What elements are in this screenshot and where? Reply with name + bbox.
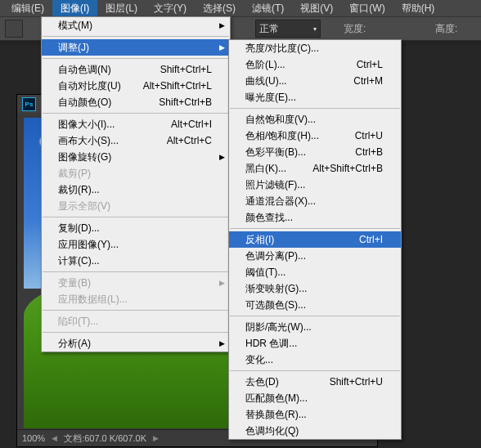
menu-help[interactable]: 帮助(H) bbox=[393, 0, 443, 17]
menu-select[interactable]: 选择(S) bbox=[195, 0, 244, 17]
menu-item-color-balance[interactable]: 色彩平衡(B)...Ctrl+B bbox=[229, 144, 401, 160]
menu-item-variables[interactable]: 变量(B) bbox=[42, 275, 230, 291]
separator bbox=[43, 36, 229, 37]
menu-image[interactable]: 图像(I) bbox=[52, 0, 97, 17]
menu-item-adjustments[interactable]: 调整(J) bbox=[42, 39, 230, 56]
separator bbox=[230, 108, 400, 109]
menu-window[interactable]: 窗口(W) bbox=[341, 0, 393, 17]
menu-item-channel-mixer[interactable]: 通道混合器(X)... bbox=[229, 193, 401, 209]
menu-item-shadows-highlights[interactable]: 阴影/高光(W)... bbox=[229, 319, 401, 335]
separator bbox=[230, 370, 400, 371]
separator bbox=[43, 332, 229, 333]
menu-item-reveal-all[interactable]: 显示全部(V) bbox=[42, 198, 230, 214]
menu-item-variations[interactable]: 变化... bbox=[229, 352, 401, 368]
menu-item-match-color[interactable]: 匹配颜色(M)... bbox=[229, 390, 401, 406]
menu-item-apply-data-set[interactable]: 应用数据组(L)... bbox=[42, 291, 230, 307]
tool-swatch[interactable] bbox=[5, 20, 23, 38]
menu-item-photo-filter[interactable]: 照片滤镜(F)... bbox=[229, 177, 401, 193]
menu-edit[interactable]: 编辑(E) bbox=[3, 0, 52, 17]
blend-mode-value: 正常 bbox=[259, 22, 279, 36]
menu-item-auto-color[interactable]: 自动颜色(O)Shift+Ctrl+B bbox=[42, 94, 230, 110]
blend-mode-select[interactable]: 正常 ▾ bbox=[255, 20, 321, 38]
menu-item-posterize[interactable]: 色调分离(P)... bbox=[229, 248, 401, 264]
menu-item-auto-contrast[interactable]: 自动对比度(U)Alt+Shift+Ctrl+L bbox=[42, 78, 230, 94]
separator bbox=[43, 271, 229, 272]
menu-item-crop[interactable]: 裁剪(P) bbox=[42, 165, 230, 181]
menu-item-equalize[interactable]: 色调均化(Q) bbox=[229, 423, 401, 439]
separator bbox=[230, 228, 400, 229]
image-menu: 模式(M) 调整(J) 自动色调(N)Shift+Ctrl+L 自动对比度(U)… bbox=[41, 16, 231, 352]
triangle-left-icon[interactable]: ◀ bbox=[52, 434, 57, 442]
separator bbox=[43, 113, 229, 114]
menu-item-duplicate[interactable]: 复制(D)... bbox=[42, 220, 230, 236]
menu-item-selective-color[interactable]: 可选颜色(S)... bbox=[229, 297, 401, 313]
menu-item-vibrance[interactable]: 自然饱和度(V)... bbox=[229, 111, 401, 128]
width-label: 宽度: bbox=[344, 22, 366, 36]
menu-item-threshold[interactable]: 阈值(T)... bbox=[229, 264, 401, 280]
menu-item-replace-color[interactable]: 替换颜色(R)... bbox=[229, 406, 401, 423]
menu-item-analysis[interactable]: 分析(A) bbox=[42, 335, 230, 352]
zoom-value[interactable]: 100% bbox=[22, 433, 45, 443]
menu-item-gradient-map[interactable]: 渐变映射(G)... bbox=[229, 280, 401, 297]
menu-item-hue-saturation[interactable]: 色相/饱和度(H)...Ctrl+U bbox=[229, 128, 401, 144]
menu-item-canvas-size[interactable]: 画布大小(S)...Alt+Ctrl+C bbox=[42, 132, 230, 149]
separator bbox=[43, 58, 229, 59]
menu-view[interactable]: 视图(V) bbox=[292, 0, 341, 17]
menu-item-image-rotation[interactable]: 图像旋转(G) bbox=[42, 149, 230, 165]
menu-item-trap[interactable]: 陷印(T)... bbox=[42, 313, 230, 329]
menu-item-curves[interactable]: 曲线(U)...Ctrl+M bbox=[229, 73, 401, 89]
menu-item-color-lookup[interactable]: 颜色查找... bbox=[229, 209, 401, 226]
separator bbox=[43, 310, 229, 311]
menu-item-black-white[interactable]: 黑白(K)...Alt+Shift+Ctrl+B bbox=[229, 160, 401, 177]
menu-item-levels[interactable]: 色阶(L)...Ctrl+L bbox=[229, 56, 401, 73]
menu-layer[interactable]: 图层(L) bbox=[97, 0, 146, 17]
menu-item-calculations[interactable]: 计算(C)... bbox=[42, 253, 230, 269]
menu-item-image-size[interactable]: 图像大小(I)...Alt+Ctrl+I bbox=[42, 116, 230, 132]
separator bbox=[43, 217, 229, 217]
menu-item-apply-image[interactable]: 应用图像(Y)... bbox=[42, 236, 230, 253]
menu-item-hdr-toning[interactable]: HDR 色调... bbox=[229, 335, 401, 352]
menu-filter[interactable]: 滤镜(T) bbox=[244, 0, 292, 17]
chevron-down-icon: ▾ bbox=[313, 25, 317, 33]
menu-item-mode[interactable]: 模式(M) bbox=[42, 17, 230, 34]
menu-item-desaturate[interactable]: 去色(D)Shift+Ctrl+U bbox=[229, 374, 401, 390]
doc-size-label: 文档:607.0 K/607.0K bbox=[64, 432, 146, 445]
triangle-right-icon[interactable]: ▶ bbox=[153, 434, 159, 442]
adjustments-submenu: 亮度/对比度(C)... 色阶(L)...Ctrl+L 曲线(U)...Ctrl… bbox=[228, 39, 402, 440]
separator bbox=[230, 316, 400, 316]
menubar: 编辑(E) 图像(I) 图层(L) 文字(Y) 选择(S) 滤镜(T) 视图(V… bbox=[0, 0, 481, 16]
height-label: 高度: bbox=[435, 22, 457, 36]
menu-type[interactable]: 文字(Y) bbox=[146, 0, 195, 17]
menu-item-exposure[interactable]: 曝光度(E)... bbox=[229, 89, 401, 105]
ps-icon: Ps bbox=[22, 97, 36, 111]
menu-item-trim[interactable]: 裁切(R)... bbox=[42, 181, 230, 198]
menu-item-auto-tone[interactable]: 自动色调(N)Shift+Ctrl+L bbox=[42, 61, 230, 78]
menu-item-invert[interactable]: 反相(I)Ctrl+I bbox=[229, 231, 401, 248]
menu-item-brightness-contrast[interactable]: 亮度/对比度(C)... bbox=[229, 40, 401, 56]
